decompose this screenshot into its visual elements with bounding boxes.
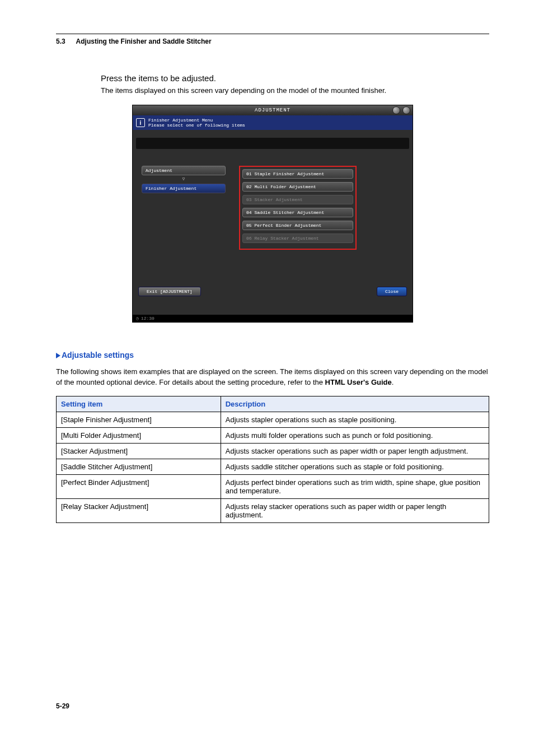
settings-table: Setting item Description [Staple Finishe…	[56, 396, 489, 523]
cell-setting-item: [Multi Folder Adjustment]	[57, 427, 221, 443]
section-number: 5.3	[56, 38, 65, 45]
cell-description: Adjusts relay stacker operations such as…	[221, 498, 489, 522]
triangle-icon	[56, 353, 60, 358]
adjustment-screenshot: ADJUSTMENT i Finisher Adjustment Menu Pl…	[132, 105, 413, 323]
section-title: Adjusting the Finisher and Saddle Stitch…	[76, 38, 212, 45]
table-row: [Relay Stacker Adjustment]Adjusts relay …	[57, 498, 489, 522]
info-line1: Finisher Adjustment Menu	[148, 118, 245, 123]
chevron-down-icon: ▽	[142, 176, 226, 181]
table-row: [Staple Finisher Adjustment]Adjusts stap…	[57, 412, 489, 427]
opt-perfect-binder[interactable]: 05 Perfect Binder Adjustment	[242, 221, 353, 230]
info-icon: i	[136, 118, 145, 127]
section-paragraph: The following shows item examples that a…	[56, 367, 489, 388]
cell-description: Adjusts stacker operations such as paper…	[221, 443, 489, 459]
close-button[interactable]: Close	[377, 287, 407, 296]
screenshot-titlebar: ADJUSTMENT	[133, 105, 413, 115]
th-setting-item: Setting item	[57, 396, 221, 412]
dark-band	[136, 138, 409, 149]
table-row: [Stacker Adjustment]Adjusts stacker oper…	[57, 443, 489, 459]
table-row: [Multi Folder Adjustment]Adjusts multi f…	[57, 427, 489, 443]
cell-description: Adjusts multi folder operations such as …	[221, 427, 489, 443]
opt-stacker: 03 Stacker Adjustment	[242, 195, 353, 204]
cell-setting-item: [Staple Finisher Adjustment]	[57, 412, 221, 427]
adjustable-settings-heading: Adjustable settings	[56, 351, 489, 360]
clock-time: 12:30	[141, 316, 154, 321]
cell-description: Adjusts perfect binder operations such a…	[221, 474, 489, 498]
instruction-subtext: The items displayed on this screen vary …	[101, 86, 489, 95]
cell-setting-item: [Saddle Stitcher Adjustment]	[57, 459, 221, 474]
page-number: 5-29	[56, 702, 489, 710]
instruction-text: Press the items to be adjusted.	[101, 73, 489, 83]
table-row: [Saddle Stitcher Adjustment]Adjusts sadd…	[57, 459, 489, 474]
screenshot-title: ADJUSTMENT	[255, 108, 291, 113]
exit-button[interactable]: Exit [ADJUSTMENT]	[138, 287, 201, 296]
orb-icon	[392, 106, 400, 114]
opt-relay-stacker: 06 Relay Stacker Adjustment	[242, 234, 353, 243]
nav-adjustment[interactable]: Adjustment	[142, 166, 226, 175]
running-header: 5.3 Adjusting the Finisher and Saddle St…	[56, 38, 489, 45]
cell-setting-item: [Perfect Binder Adjustment]	[57, 474, 221, 498]
help-orb-icon	[402, 106, 410, 114]
cell-description: Adjusts saddle stitcher operations such …	[221, 459, 489, 474]
opt-staple-finisher[interactable]: 01 Staple Finisher Adjustment	[242, 169, 353, 179]
screenshot-infobar: i Finisher Adjustment Menu Please select…	[133, 115, 413, 130]
cell-setting-item: [Stacker Adjustment]	[57, 443, 221, 459]
highlighted-options: 01 Staple Finisher Adjustment 02 Multi F…	[239, 166, 357, 250]
opt-saddle-stitcher[interactable]: 04 Saddle Stitcher Adjustment	[242, 208, 353, 217]
clock-icon	[136, 316, 139, 321]
th-description: Description	[221, 396, 489, 412]
nav-finisher-adjustment[interactable]: Finisher Adjustment	[142, 184, 226, 193]
cell-description: Adjusts stapler operations such as stapl…	[221, 412, 489, 427]
opt-multi-folder[interactable]: 02 Multi Folder Adjustment	[242, 182, 353, 192]
table-row: [Perfect Binder Adjustment]Adjusts perfe…	[57, 474, 489, 498]
info-line2: Please select one of following items	[148, 123, 245, 128]
cell-setting-item: [Relay Stacker Adjustment]	[57, 498, 221, 522]
screenshot-body: Adjustment ▽ Finisher Adjustment 01 Stap…	[133, 130, 413, 315]
